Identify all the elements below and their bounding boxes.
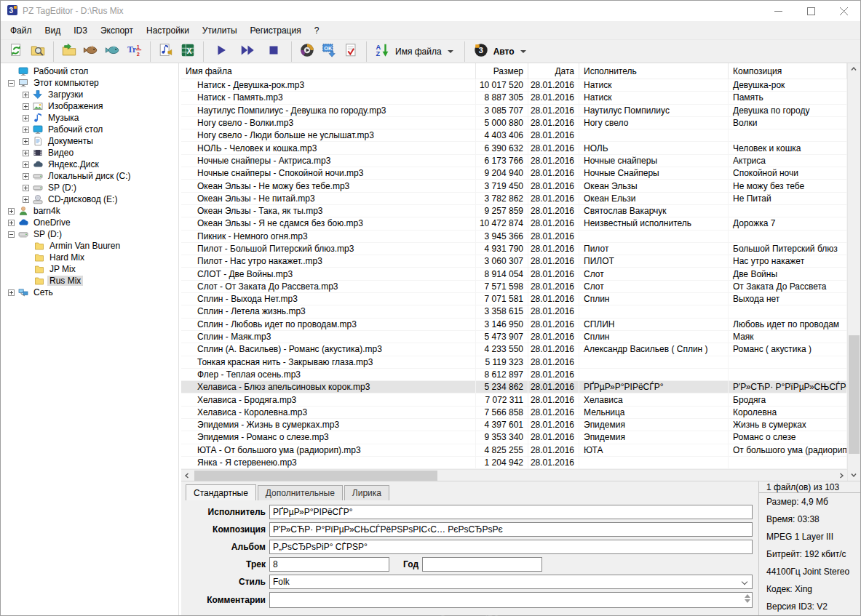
maximize-button[interactable] — [795, 1, 828, 21]
tree-item-sp-d-[interactable]: SP (D:) — [1, 228, 178, 240]
tree-item-документы[interactable]: Документы — [1, 135, 178, 147]
play-button[interactable] — [208, 41, 234, 62]
expand-box-icon[interactable] — [23, 115, 29, 121]
artist-field[interactable] — [269, 505, 753, 519]
table-row[interactable]: Эпидемия - Жизнь в сумерках.mp34 397 601… — [181, 419, 847, 431]
table-row[interactable]: Сплин - Летела жизнь.mp33 358 61528.01.2… — [181, 305, 847, 318]
tree-item-изображения[interactable]: Изображения — [1, 100, 178, 112]
column-header-3[interactable]: Дата — [528, 63, 579, 79]
music-file-button[interactable] — [155, 41, 177, 62]
folder-search-button[interactable] — [27, 41, 49, 62]
comments-spinner[interactable] — [745, 594, 750, 603]
expand-box-icon[interactable] — [8, 289, 15, 296]
table-row[interactable]: Флер - Теплая осень.mp38 612 89728.01.20… — [181, 369, 847, 381]
scroll-down-button[interactable] — [848, 469, 860, 481]
hscroll-track[interactable] — [193, 470, 836, 481]
scroll-left-button[interactable] — [181, 470, 193, 481]
table-row[interactable]: СЛОТ - Две Войны.mp38 914 05428.01.2016С… — [181, 268, 847, 280]
table-row[interactable]: Янка - Я стервенею.mp31 204 94228.01.201… — [181, 457, 847, 469]
tree-item-сеть[interactable]: Сеть — [1, 287, 178, 298]
table-row[interactable]: Сплин - Выхода Нет.mp37 071 58128.01.201… — [181, 293, 847, 305]
vertical-scrollbar[interactable] — [847, 63, 860, 481]
table-row[interactable]: Хелависа - Блюз апельсиновых корок.mp35 … — [181, 381, 847, 393]
table-row[interactable]: Пикник - Немного огня.mp33 945 36628.01.… — [181, 231, 847, 243]
tree-item-cd-дисковод-e-[interactable]: CD-дисковод (E:) — [1, 193, 178, 205]
menu-item-2[interactable]: Вид — [39, 23, 68, 39]
folder-import-button[interactable] — [58, 41, 80, 62]
write-tags-fish-button[interactable] — [102, 41, 124, 62]
table-row[interactable]: ЮТА - От большого ума (радиорип).mp34 82… — [181, 444, 847, 457]
tree-item-рабочий-стол[interactable]: Рабочий стол — [1, 124, 178, 135]
ok-apply-button[interactable]: OK — [318, 41, 340, 62]
menu-item-8[interactable]: ? — [308, 23, 326, 39]
scroll-right-button[interactable] — [836, 470, 847, 481]
tree-item-armin-van-buuren[interactable]: Armin Van Buuren — [1, 240, 178, 252]
menu-item-1[interactable]: Файл — [4, 23, 39, 39]
track-numbers-button[interactable]: Tr12 — [124, 41, 146, 62]
tree-item-рабочий-стол[interactable]: Рабочий стол — [1, 65, 178, 77]
menu-item-4[interactable]: Экспорт — [94, 23, 140, 39]
table-row[interactable]: Ночные снайперы - Актриса.mp36 173 76628… — [181, 155, 847, 167]
menu-item-5[interactable]: Настройки — [140, 23, 196, 39]
table-row[interactable]: Ногу свело - Люди больше не услышат.mp34… — [181, 129, 847, 142]
table-row[interactable]: Океан Эльзы - Така, як ты.mp39 257 85928… — [181, 205, 847, 217]
vscroll-thumb[interactable] — [849, 335, 860, 454]
table-row[interactable]: Океан Эльзы - Я не сдамся без бою.mp310 … — [181, 217, 847, 230]
tree-item-яндекс-диск[interactable]: Яндекс.Диск — [1, 159, 178, 170]
table-row[interactable]: Тонкая красная нить - Закрываю глаза.mp3… — [181, 356, 847, 369]
scroll-up-button[interactable] — [848, 63, 860, 75]
tree-item-rus-mix[interactable]: Rus Mix — [1, 275, 178, 287]
horizontal-scrollbar[interactable] — [181, 469, 847, 481]
menu-item-6[interactable]: Утилиты — [196, 23, 244, 39]
expand-box-icon[interactable] — [23, 150, 29, 156]
expand-box-icon[interactable] — [23, 173, 29, 180]
hscroll-thumb[interactable] — [194, 471, 437, 481]
table-row[interactable]: Натиск - Девушка-рок.mp310 017 52028.01.… — [181, 79, 847, 92]
column-header-5[interactable]: Композиция — [729, 63, 847, 79]
composition-field[interactable] — [269, 522, 753, 537]
vscroll-track[interactable] — [848, 75, 860, 469]
collapse-box-icon[interactable] — [8, 231, 15, 238]
menu-item-7[interactable]: Регистрация — [244, 23, 308, 39]
genre-combobox[interactable]: Folk — [269, 575, 753, 589]
expand-box-icon[interactable] — [8, 220, 15, 226]
table-row[interactable]: Слот - От Заката До Рассвета.mp37 571 59… — [181, 281, 847, 293]
tab-стандартные[interactable]: Стандартные — [186, 484, 256, 500]
expand-box-icon[interactable] — [23, 185, 29, 191]
album-field[interactable] — [269, 540, 753, 554]
tab-дополнительные[interactable]: Дополнительные — [258, 485, 343, 500]
table-row[interactable]: Наутилус Помпилиус - Девушка по городу.m… — [181, 105, 847, 117]
year-field[interactable] — [422, 557, 542, 572]
tree-item-sp-d-[interactable]: SP (D:) — [1, 182, 178, 193]
excel-export-button[interactable]: X — [177, 41, 199, 62]
read-tags-fish-button[interactable] — [80, 41, 102, 62]
table-row[interactable]: НОЛЬ - Человек и кошка.mp36 390 63228.01… — [181, 142, 847, 154]
collapse-box-icon[interactable] — [8, 80, 15, 87]
table-row[interactable]: Пилот - Большой Питерский блюз.mp34 931 … — [181, 243, 847, 255]
checklist-button[interactable] — [340, 41, 362, 62]
table-row[interactable]: Ночные снайперы - Спокойной ночи.mp39 20… — [181, 167, 847, 180]
close-button[interactable] — [828, 1, 860, 21]
expand-box-icon[interactable] — [8, 208, 15, 215]
table-row[interactable]: Ногу свело - Волки.mp35 000 88028.01.201… — [181, 117, 847, 129]
column-header-4[interactable]: Исполнитель — [579, 63, 729, 79]
refresh-button[interactable] — [5, 41, 27, 62]
tree-item-barn4k[interactable]: barn4k — [1, 205, 178, 217]
table-row[interactable]: Хелависа - Бродяга.mp37 072 31128.01.201… — [181, 393, 847, 406]
cd-player-button[interactable] — [296, 41, 318, 62]
column-header-1[interactable]: Имя файла — [181, 63, 476, 79]
table-row[interactable]: Сплин - Маяк.mp35 473 90728.01.2016Сплин… — [181, 331, 847, 343]
table-row[interactable]: Хелависа - Королевна.mp37 566 85828.01.2… — [181, 407, 847, 419]
tree-item-этот-компьютер[interactable]: Этот компьютер — [1, 77, 178, 89]
expand-box-icon[interactable] — [23, 161, 29, 168]
tab-лирика[interactable]: Лирика — [344, 485, 389, 500]
menu-item-3[interactable]: ID3 — [67, 23, 94, 39]
table-row[interactable]: Сплин (А. Васильев) - Романс (акустика).… — [181, 343, 847, 356]
table-row[interactable]: Пилот - Нас утро накажет..mp33 060 30728… — [181, 255, 847, 268]
tree-item-onedrive[interactable]: OneDrive — [1, 217, 178, 228]
stop-button[interactable] — [261, 41, 287, 62]
expand-box-icon[interactable] — [23, 127, 29, 133]
sort-dropdown-button[interactable]: AZИмя файла — [371, 41, 460, 62]
table-row[interactable]: Океан Эльзы - Не можу без тебе.mp33 719 … — [181, 180, 847, 192]
expand-box-icon[interactable] — [23, 103, 29, 110]
